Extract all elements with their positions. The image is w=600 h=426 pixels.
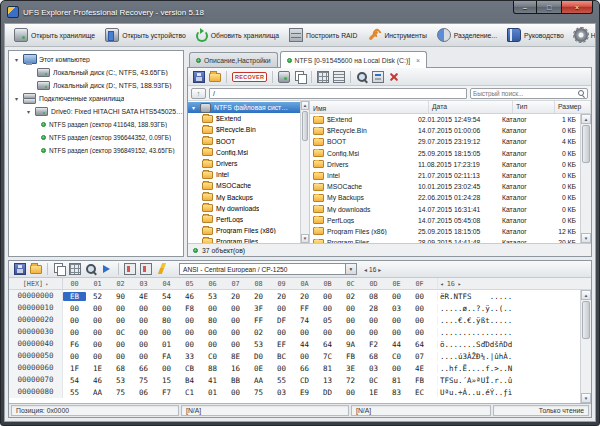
hex-byte[interactable]: 33 (178, 352, 201, 361)
toolbar-button-build-raid[interactable]: Построить RAID (284, 26, 362, 45)
hex-byte[interactable]: 00 (178, 340, 201, 349)
fs-tree-item[interactable]: My downloads (188, 203, 309, 214)
tree-item-ntfs-partition-2[interactable]: NTFS раздел (сектор 396644352, 0.09ГБ) (9, 131, 183, 144)
save-hex-icon[interactable] (14, 263, 26, 275)
hex-row[interactable]: 000000601F1E686600CB88160E0066813E03004E… (9, 362, 591, 374)
hex-byte[interactable]: 00 (201, 304, 224, 313)
file-row[interactable]: My downloads14.07.2015 16:31:41Каталог0 … (310, 204, 580, 215)
title-bar[interactable]: UFS Explorer Professional Recovery - ver… (1, 1, 599, 23)
hex-byte[interactable]: 53 (201, 292, 224, 301)
hex-byte[interactable]: 00 (86, 304, 109, 313)
toolbar-button-open-storage[interactable]: Открыть хранилище (9, 26, 100, 45)
expander-icon[interactable]: ▾ (25, 108, 32, 115)
hex-byte[interactable]: 0C (109, 328, 132, 337)
hex-byte[interactable]: 00 (339, 328, 362, 337)
hex-byte[interactable]: 46 (178, 292, 201, 301)
hex-byte[interactable]: 02 (339, 292, 362, 301)
hex-byte[interactable]: 00 (86, 352, 109, 361)
expander-icon[interactable]: ▾ (190, 104, 197, 111)
hex-byte[interactable]: 3F (247, 304, 270, 313)
hex-byte[interactable]: 00 (63, 352, 86, 361)
close-button[interactable]: × (561, 1, 593, 14)
hex-byte[interactable]: 54 (63, 376, 86, 385)
scroll-up-icon[interactable]: ▲ (581, 290, 591, 300)
hex-byte[interactable]: 90 (109, 292, 132, 301)
fs-tree-item[interactable]: Program Files (188, 236, 309, 243)
hex-byte[interactable]: 3E (339, 364, 362, 373)
hex-byte[interactable]: 00 (408, 292, 431, 301)
column-header-2[interactable]: Тип (513, 101, 555, 113)
hex-byte[interactable]: 00 (86, 328, 109, 337)
hex-byte[interactable]: 00 (408, 304, 431, 313)
expander-icon[interactable]: ▾ (13, 95, 20, 102)
bookmark-remove-icon[interactable] (140, 263, 152, 275)
hex-row[interactable]: 0000008055AA7506F7C101007503E9DD001E83EC… (9, 386, 591, 398)
hex-byte[interactable]: 00 (132, 316, 155, 325)
view-grid-icon[interactable] (317, 71, 329, 83)
hex-byte[interactable]: 00 (178, 316, 201, 325)
recover-button[interactable]: RECOVER (232, 72, 267, 82)
scroll-thumb[interactable] (582, 125, 590, 163)
increase-icon[interactable]: ▸ (378, 266, 381, 273)
hex-byte[interactable]: B4 (178, 376, 201, 385)
hex-byte[interactable]: 00 (178, 328, 201, 337)
hex-byte[interactable]: 75 (247, 388, 270, 397)
hex-byte[interactable]: 16 (224, 364, 247, 373)
fs-tree-item[interactable]: MSOCache (188, 180, 309, 191)
hex-byte[interactable]: 88 (201, 364, 224, 373)
toolbar-button-refresh-storages[interactable]: Обновить хранилища (191, 26, 284, 45)
export-folder-icon[interactable] (209, 73, 221, 82)
file-row[interactable]: Program Files28.09.2015 14:41:48Каталог2… (310, 237, 580, 243)
hex-byte[interactable]: FB (408, 376, 431, 385)
hex-byte[interactable]: C0 (385, 352, 408, 361)
hex-byte[interactable]: 00 (362, 328, 385, 337)
hex-byte[interactable]: F7 (155, 388, 178, 397)
toolbar-button-partition[interactable]: Разделение... (432, 26, 502, 45)
hex-byte[interactable]: 00 (293, 352, 316, 361)
file-list-scrollbar[interactable]: ▲ ▼ (580, 114, 591, 243)
tree-item-connected-storages[interactable]: ▾ Подключенные хранилища (9, 92, 183, 105)
hex-byte[interactable]: 08 (362, 292, 385, 301)
hex-byte[interactable]: EC (408, 388, 431, 397)
hex-byte[interactable]: 1F (63, 364, 86, 373)
hex-byte[interactable]: 00 (293, 328, 316, 337)
hex-byte[interactable]: 68 (109, 364, 132, 373)
hex-byte[interactable]: 8E (224, 352, 247, 361)
hex-byte[interactable]: 00 (132, 352, 155, 361)
hex-byte[interactable]: 13 (316, 376, 339, 385)
fs-tree-item[interactable]: Intel (188, 169, 309, 180)
tree-scrollbar[interactable]: ▲ ▼ (300, 101, 309, 243)
hex-byte[interactable]: D0 (247, 352, 270, 361)
hex-byte[interactable]: E9 (293, 388, 316, 397)
hex-byte[interactable]: FF (247, 316, 270, 325)
hex-byte[interactable]: 00 (155, 364, 178, 373)
decrease-icon[interactable]: ◂ (440, 280, 444, 287)
hex-byte[interactable]: DD (316, 388, 339, 397)
fs-tree-root[interactable]: ▾ NTFS файловая система (188, 102, 300, 113)
file-row[interactable]: MSOCache10.01.2015 23:02:45Каталог0 КБ (310, 181, 580, 192)
fs-tree-item[interactable]: BOOT (188, 136, 309, 147)
fs-tree-item[interactable]: Drivers (188, 158, 309, 169)
file-row[interactable]: $Extend02.01.2015 12:49:54Каталог1 КБ (310, 114, 580, 125)
copy-files-icon[interactable] (294, 71, 306, 83)
hex-byte[interactable]: 0E (247, 364, 270, 373)
tree-item-ntfs-partition-3[interactable]: NTFS раздел (сектор 396849152, 43.65ГБ) (9, 144, 183, 157)
select-range-icon[interactable] (69, 263, 81, 275)
hex-byte[interactable]: 53 (247, 340, 270, 349)
hex-byte[interactable]: 00 (132, 304, 155, 313)
hex-format-selector[interactable]: [HEX] ▾ (9, 278, 63, 289)
hex-byte[interactable]: 20 (247, 292, 270, 301)
fs-tree-item[interactable]: $Recycle.Bin (188, 124, 309, 135)
tree-item-ntfs-partition-1[interactable]: NTFS раздел (сектор 411648, 188.93ГБ) (9, 118, 183, 131)
hex-byte[interactable]: 75 (109, 388, 132, 397)
fs-tree-item[interactable]: PerfLogs (188, 214, 309, 225)
disk-image-icon[interactable] (278, 71, 290, 83)
file-row[interactable]: $Recycle.Bin14.07.2015 01:00:06Каталог0 … (310, 125, 580, 136)
toolbar-button-settings[interactable]: Настройки (569, 26, 596, 45)
expander-icon[interactable]: ▾ (13, 56, 20, 63)
file-row[interactable]: BOOT29.07.2015 23:19:12Каталог4 КБ (310, 136, 580, 147)
scroll-down-icon[interactable]: ▼ (581, 393, 591, 403)
up-level-button[interactable]: ↑ (191, 88, 206, 99)
hex-byte[interactable]: 15 (155, 376, 178, 385)
hex-byte[interactable]: EF (270, 340, 293, 349)
